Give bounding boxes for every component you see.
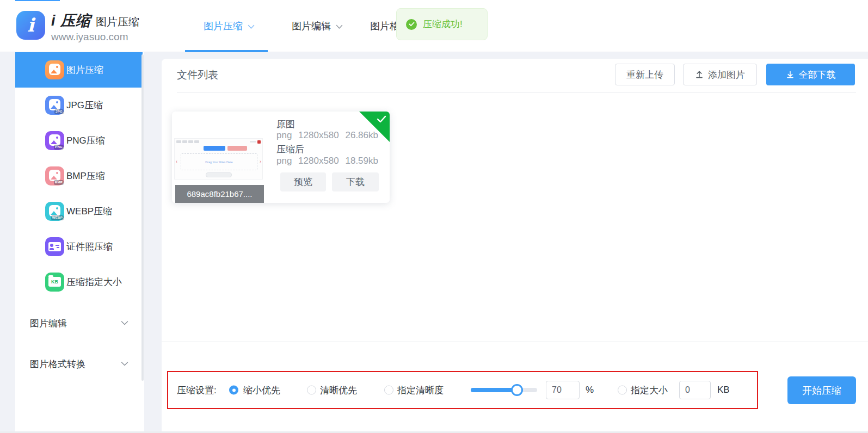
sidebar-item-label: PNG压缩 — [66, 134, 105, 147]
sidebar-item-compress-to-size[interactable]: KB 压缩指定大小 — [15, 264, 143, 300]
chevron-down-icon — [121, 321, 128, 326]
sidebar-scrollbar[interactable] — [141, 54, 144, 381]
file-thumbnail[interactable]: Drag Your Files Here ‹ › — [174, 138, 263, 180]
done-check-icon — [377, 115, 386, 123]
download-all-button[interactable]: 全部下载 — [766, 64, 855, 85]
sidebar-group-label: 图片编辑 — [30, 317, 67, 330]
upload-icon — [695, 70, 704, 79]
thumb-clear-button — [227, 146, 247, 151]
file-card: Drag Your Files Here ‹ › 689ac8fb21b67..… — [172, 112, 390, 203]
divider — [162, 342, 868, 342]
compressed-label: 压缩后 — [276, 143, 304, 156]
chevron-down-icon — [248, 24, 255, 29]
logo-icon: i — [16, 11, 45, 40]
chevron-down-icon — [121, 362, 128, 367]
slider-handle[interactable] — [511, 384, 523, 396]
sidebar-group-label: 图片格式转换 — [30, 358, 85, 370]
radio-clarity-priority[interactable] — [307, 386, 316, 395]
sidebar-item-label: 证件照压缩 — [66, 240, 113, 253]
png-icon: PNG — [45, 131, 64, 150]
sidebar-item-label: JPG压缩 — [66, 99, 103, 112]
radio-shrink-label[interactable]: 缩小优先 — [243, 384, 280, 397]
clarity-percent-input[interactable] — [546, 381, 580, 399]
brand-title: i 压缩 — [51, 11, 91, 30]
nav-tab-label: 图片压缩 — [204, 20, 243, 33]
thumb-dropzone: Drag Your Files Here — [181, 153, 257, 170]
radio-custom-clarity-label[interactable]: 指定清晰度 — [397, 384, 444, 397]
brand-subtitle: 图片压缩 — [96, 15, 139, 29]
main-panel: 文件列表 重新上传 添加图片 全部下载 Drag Your Files Here… — [162, 59, 868, 433]
nav-tab-image-edit[interactable]: 图片编辑 — [273, 0, 361, 52]
sidebar-item-png-compress[interactable]: PNG PNG压缩 — [15, 123, 143, 158]
percent-unit: % — [586, 385, 594, 395]
progress-sliver — [15, 0, 60, 1]
divider — [177, 92, 856, 93]
chevron-down-icon — [336, 24, 343, 29]
add-image-label: 添加图片 — [708, 69, 745, 81]
sidebar-item-jpg-compress[interactable]: JPG JPG压缩 — [15, 88, 143, 123]
reupload-button[interactable]: 重新上传 — [615, 64, 675, 85]
clarity-slider[interactable] — [471, 388, 537, 392]
kb-folder-icon: KB — [45, 273, 64, 292]
sidebar-item-id-photo-compress[interactable]: 证件照压缩 — [15, 229, 143, 264]
radio-custom-size[interactable] — [618, 386, 627, 395]
compressed-info: png 1280x580 18.59kb — [276, 156, 378, 166]
jpg-icon: JPG — [45, 96, 64, 115]
image-compress-icon — [45, 60, 64, 79]
settings-label: 压缩设置: — [177, 384, 217, 397]
original-label: 原图 — [276, 118, 295, 131]
toast-message: 压缩成功! — [423, 18, 463, 30]
bmp-icon: BMP — [45, 166, 64, 185]
nav-tab-image-compress[interactable]: 图片压缩 — [185, 0, 273, 52]
reupload-label: 重新上传 — [626, 69, 663, 81]
sidebar-item-label: 图片压缩 — [66, 64, 103, 76]
thumb-format-tags — [176, 140, 199, 143]
thumb-upload-button — [204, 146, 225, 151]
radio-custom-clarity[interactable] — [384, 386, 393, 395]
sidebar: 图片压缩 JPG JPG压缩 PNG PNG压缩 BMP BMP压缩 WEBP … — [15, 52, 144, 433]
sidebar-item-image-compress[interactable]: 图片压缩 — [15, 52, 143, 88]
sidebar-item-label: BMP压缩 — [66, 170, 105, 182]
sidebar-item-label: 压缩指定大小 — [66, 276, 122, 288]
thumb-download-pill — [206, 172, 232, 177]
sidebar-item-webp-compress[interactable]: WEBP WEBP压缩 — [15, 194, 143, 229]
nav-tab-label: 图片编辑 — [292, 20, 331, 33]
thumb-left-arrow: ‹ — [176, 159, 177, 164]
sidebar-item-bmp-compress[interactable]: BMP BMP压缩 — [15, 158, 143, 194]
sidebar-group-image-convert[interactable]: 图片格式转换 — [15, 353, 143, 375]
download-icon — [786, 70, 795, 79]
app-window: i i 压缩 图片压缩 www.iyasuo.com 图片压缩 图片编辑 图片格… — [0, 0, 868, 433]
page-title: 文件列表 — [177, 68, 218, 82]
add-image-button[interactable]: 添加图片 — [683, 64, 757, 85]
file-download-button[interactable]: 下载 — [332, 172, 379, 191]
preview-button[interactable]: 预览 — [280, 172, 326, 191]
brand-url: www.iyasuo.com — [51, 31, 139, 43]
success-toast: 压缩成功! — [396, 8, 488, 40]
download-all-label: 全部下载 — [799, 69, 836, 81]
radio-custom-size-label[interactable]: 指定大小 — [631, 384, 668, 397]
sidebar-item-label: WEBP压缩 — [66, 205, 112, 218]
radio-shrink-priority[interactable] — [229, 386, 238, 395]
success-check-icon — [406, 19, 417, 30]
radio-clarity-label[interactable]: 清晰优先 — [320, 384, 357, 397]
webp-icon: WEBP — [45, 202, 64, 221]
filename-badge: 689ac8fb21b67.... — [175, 185, 264, 203]
brand-logo[interactable]: i i 压缩 图片压缩 www.iyasuo.com — [16, 11, 139, 43]
thumb-hint-text: Drag Your Files Here — [205, 160, 232, 164]
start-compress-button[interactable]: 开始压缩 — [787, 376, 856, 404]
thumb-right-arrow: › — [260, 159, 261, 164]
thumb-close-icon — [257, 140, 261, 144]
slider-fill — [471, 388, 517, 392]
kb-unit: KB — [717, 385, 730, 395]
sidebar-group-image-edit[interactable]: 图片编辑 — [15, 312, 143, 334]
size-kb-input[interactable] — [679, 381, 711, 399]
id-photo-icon — [45, 237, 64, 256]
logo-letter: i — [27, 16, 34, 34]
